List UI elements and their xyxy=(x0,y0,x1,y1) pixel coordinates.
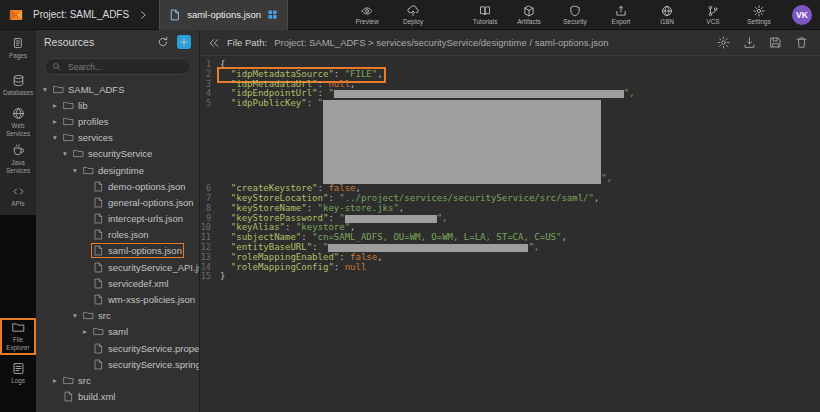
code-line[interactable]: 15} xyxy=(200,272,820,282)
i18n-icon xyxy=(661,5,673,17)
code-line[interactable]: 14 "roleMappingConfig": null xyxy=(200,263,820,273)
tree-item-securityservice-spring-xml[interactable]: securityService.spring.xml xyxy=(36,356,199,372)
tree-item-saml-adfs[interactable]: ▾SAML_ADFS xyxy=(36,81,199,97)
topbar-settings-button[interactable]: Settings xyxy=(744,5,774,25)
tree-item-saml[interactable]: ▸saml xyxy=(36,324,199,340)
tree-item-securityservice-api-json[interactable]: securityService_API.json xyxy=(36,259,199,275)
tree-item-securityservice-properties[interactable]: securityService.properties xyxy=(36,340,199,356)
apis-icon xyxy=(12,185,25,198)
topbar-artifacts-button[interactable]: Artifacts xyxy=(514,5,544,25)
rail-item-web-services[interactable]: Web Services xyxy=(0,104,36,141)
tree-item-services[interactable]: ▾services xyxy=(36,130,199,146)
file-icon xyxy=(63,391,74,402)
databases-icon xyxy=(12,74,25,87)
tutorials-group: Tutorials xyxy=(470,5,500,25)
tree-item-label: lib xyxy=(78,100,88,111)
chevron-right-icon[interactable] xyxy=(137,9,149,21)
folder-icon xyxy=(83,165,94,176)
user-avatar[interactable]: VK xyxy=(792,5,812,25)
app-logo-icon[interactable] xyxy=(7,6,25,24)
tree-item-servicedef-xml[interactable]: servicedef.xml xyxy=(36,275,199,291)
editor-actions xyxy=(717,36,808,49)
tab-label: saml-options.json xyxy=(187,9,261,20)
file-icon xyxy=(169,9,181,21)
web-services-icon xyxy=(12,107,25,120)
tree-item-saml-options-json[interactable]: saml-options.json xyxy=(36,243,199,259)
topbar-export-button[interactable]: Export xyxy=(606,5,636,25)
resource-tree: ▾SAML_ADFS▸lib▸profiles▾services▾securit… xyxy=(36,81,199,412)
chevron-right-icon[interactable]: ▸ xyxy=(81,327,89,336)
tree-item-build-xml[interactable]: build.xml xyxy=(36,389,199,405)
chevron-down-icon[interactable]: ▾ xyxy=(71,311,79,320)
tree-item-designtime[interactable]: ▾designtime xyxy=(36,162,199,178)
tutorials-button[interactable]: Tutorials xyxy=(470,5,500,25)
chevron-right-icon[interactable]: ▸ xyxy=(51,101,59,110)
download-icon[interactable] xyxy=(743,36,756,49)
tutorials-icon xyxy=(479,5,491,17)
topbar-i18n-button[interactable]: I18N xyxy=(652,5,682,25)
collapse-panel-icon[interactable] xyxy=(208,37,220,49)
tree-item-lib[interactable]: ▸lib xyxy=(36,97,199,113)
tree-item-wm-xss-policies-json[interactable]: wm-xss-policies.json xyxy=(36,291,199,307)
chevron-down-icon[interactable]: ▾ xyxy=(41,85,49,94)
rail-item-logs[interactable]: Logs xyxy=(0,355,36,392)
chevron-right-icon[interactable]: ▸ xyxy=(51,117,59,126)
tree-item-src[interactable]: ▸src xyxy=(36,372,199,388)
folder-icon xyxy=(63,116,74,127)
gear-icon[interactable] xyxy=(717,36,730,49)
file-explorer-icon xyxy=(12,321,25,334)
tree-item-demo-options-json[interactable]: demo-options.json xyxy=(36,178,199,194)
open-file-tab[interactable]: saml-options.json xyxy=(159,0,288,30)
file-path: Project: SAML_ADFS > services/securitySe… xyxy=(274,37,608,48)
add-resource-button[interactable] xyxy=(177,35,191,49)
trash-icon[interactable] xyxy=(795,36,808,49)
save-icon[interactable] xyxy=(769,36,782,49)
tree-item-src[interactable]: ▾src xyxy=(36,308,199,324)
tree-item-profiles[interactable]: ▸profiles xyxy=(36,113,199,129)
deploy-icon xyxy=(407,5,419,17)
plus-icon xyxy=(178,36,190,48)
left-rail-bottom: File ExplorerLogs xyxy=(0,215,36,412)
tree-item-label: general-options.json xyxy=(108,197,194,208)
grid-icon[interactable] xyxy=(267,9,278,20)
tree-item-label: saml xyxy=(108,326,128,337)
code-editor[interactable]: 1{2 "idpMetadataSource": "FILE",3 "idpMe… xyxy=(200,56,820,412)
file-icon xyxy=(93,278,104,289)
rail-item-databases[interactable]: Databases xyxy=(0,67,36,104)
selected-file-highlight: saml-options.json xyxy=(93,245,182,256)
refresh-icon[interactable] xyxy=(157,36,169,48)
tree-item-label: wm-xss-policies.json xyxy=(108,294,195,305)
folder-icon xyxy=(83,310,94,321)
rail-item-pages[interactable]: Pages xyxy=(0,30,36,67)
tree-item-label: intercept-urls.json xyxy=(108,213,183,224)
redacted-value xyxy=(323,100,601,184)
tree-item-general-options-json[interactable]: general-options.json xyxy=(36,194,199,210)
rail-item-apis[interactable]: APIs xyxy=(0,178,36,215)
chevron-right-icon[interactable]: ▸ xyxy=(51,376,59,385)
topbar-right-actions: ArtifactsSecurityExportI18NVCSSettings xyxy=(514,5,774,25)
chevron-down-icon[interactable]: ▾ xyxy=(61,149,69,158)
chevron-down-icon[interactable]: ▾ xyxy=(71,166,79,175)
app-window: Project: SAML_ADFS saml-options.json Pre… xyxy=(0,0,820,412)
tree-item-label: securityService.properties xyxy=(108,343,199,354)
tree-item-roles-json[interactable]: roles.json xyxy=(36,227,199,243)
topbar-deploy-button[interactable]: Deploy xyxy=(398,5,428,25)
topbar-preview-button[interactable]: Preview xyxy=(352,5,382,25)
code-line[interactable]: 5 "idpPublicKey": "", xyxy=(200,99,820,184)
search-input[interactable] xyxy=(66,61,183,73)
tree-item-securityservice[interactable]: ▾securityService xyxy=(36,146,199,162)
preview-icon xyxy=(361,5,373,17)
topbar-vcs-button[interactable]: VCS xyxy=(698,5,728,25)
file-icon xyxy=(93,245,104,256)
redacted-value xyxy=(345,215,437,223)
tree-item-intercept-urls-json[interactable]: intercept-urls.json xyxy=(36,211,199,227)
editor-header: File Path: Project: SAML_ADFS > services… xyxy=(200,30,820,56)
left-rail: PagesDatabasesWeb ServicesJava ServicesA… xyxy=(0,30,36,412)
topbar-security-button[interactable]: Security xyxy=(560,5,590,25)
editor-pane: File Path: Project: SAML_ADFS > services… xyxy=(200,30,820,412)
chevron-down-icon[interactable]: ▾ xyxy=(51,133,59,142)
top-bar: Project: SAML_ADFS saml-options.json Pre… xyxy=(0,0,820,30)
rail-item-file-explorer[interactable]: File Explorer xyxy=(0,318,36,355)
tree-item-label: servicedef.xml xyxy=(108,278,169,289)
rail-item-java-services[interactable]: Java Services xyxy=(0,141,36,178)
